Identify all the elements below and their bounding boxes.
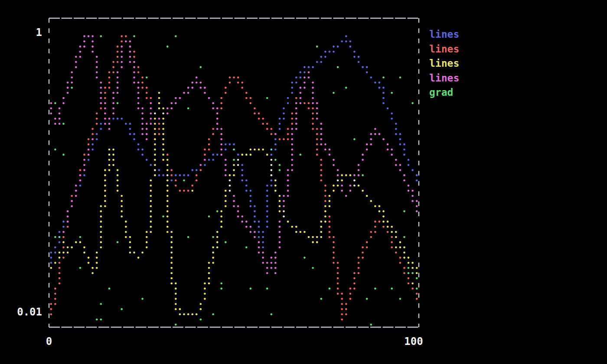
data-point [100,247,102,249]
data-point [320,179,323,182]
data-point [358,61,360,63]
data-point [250,102,252,104]
data-point [308,107,310,110]
data-point [324,200,326,202]
data-point [112,164,114,166]
data-point [146,133,148,135]
data-point [225,159,227,161]
data-point [100,241,102,244]
data-point [258,236,260,238]
data-point [258,221,260,223]
data-point [212,257,214,259]
data-point [241,81,243,84]
data-point [133,61,135,63]
data-point [274,149,277,151]
data-point [166,226,169,228]
data-point [191,185,193,187]
data-point [175,324,177,326]
data-point [312,66,314,68]
data-point [262,247,264,249]
data-point [370,200,372,202]
data-point [141,298,144,300]
data-point [341,293,343,295]
data-point [204,293,206,295]
data-point [117,102,119,104]
data-point [170,231,173,233]
data-point [341,185,343,187]
data-point [291,87,293,89]
data-point [254,231,256,233]
data-point [295,81,297,84]
data-point [187,313,189,315]
data-point [283,107,285,110]
data-point [91,133,94,135]
data-point [300,72,302,74]
data-point [216,210,219,212]
data-point [54,262,56,264]
data-point [258,231,260,233]
data-point [399,76,401,78]
data-point [67,210,69,212]
data-point [112,97,114,99]
data-point [112,102,114,104]
data-point [141,76,144,78]
data-point [279,123,281,125]
data-point [83,164,85,166]
data-point [220,154,222,156]
data-point [133,51,135,53]
data-point [403,143,405,146]
data-point [150,97,152,99]
data-point [141,81,144,84]
data-point [125,226,127,228]
data-point [67,251,69,254]
data-point [241,164,243,166]
data-point [137,66,140,68]
data-point [133,35,135,37]
data-point [266,195,268,197]
data-point [266,215,268,218]
data-point [79,174,82,176]
data-point [59,257,61,259]
data-point [129,56,131,58]
data-point [121,308,123,310]
data-point [266,226,268,228]
data-point [154,138,156,140]
data-point [250,226,252,228]
data-point [162,215,164,218]
data-point [170,267,173,269]
data-point [370,324,372,326]
data-point [391,92,393,94]
data-point [137,72,140,74]
data-point [146,76,148,78]
data-point [271,149,273,151]
data-point [408,283,410,285]
data-point [279,200,281,202]
data-point [150,231,152,233]
data-point [320,164,323,166]
data-point [59,262,61,264]
data-point [50,257,52,259]
data-point [287,133,289,135]
plot-border [49,18,419,327]
data-point [162,123,164,125]
data-point [333,257,335,259]
data-point [67,87,69,89]
data-point [366,143,368,146]
data-point [208,283,210,285]
data-point [129,46,131,48]
data-point [83,40,85,42]
data-point [349,288,352,290]
data-point [88,138,90,140]
data-point [50,308,52,310]
data-point [225,205,227,207]
data-point [266,185,268,187]
data-point [104,185,106,187]
data-point [75,66,77,68]
data-point [395,231,397,233]
data-point [387,143,389,146]
data-point [271,267,273,269]
data-point [104,107,106,110]
data-point [229,174,231,176]
data-point [220,133,222,135]
data-point [233,169,235,171]
